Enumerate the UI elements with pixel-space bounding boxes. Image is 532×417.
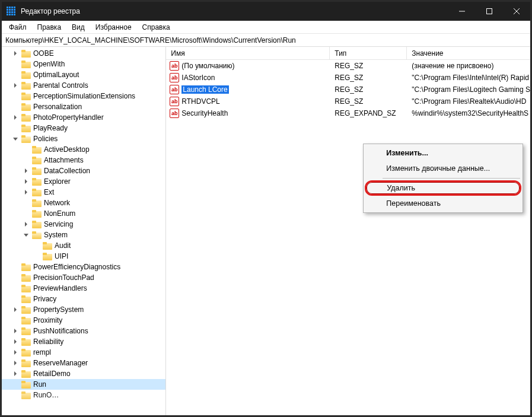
expand-icon[interactable] <box>12 381 20 389</box>
tree-item[interactable]: Parental Controls <box>2 80 165 91</box>
tree-item[interactable]: Reliability <box>2 336 165 347</box>
menu-help[interactable]: Справка <box>138 22 175 33</box>
tree-item[interactable]: NonEnum <box>2 208 165 219</box>
expand-icon[interactable] <box>12 50 20 58</box>
tree-item[interactable]: Network <box>2 198 165 208</box>
expand-icon[interactable] <box>12 61 20 68</box>
tree-item[interactable]: OpenWith <box>2 59 165 69</box>
svg-rect-0 <box>487 9 492 14</box>
tree-item[interactable]: PreviewHandlers <box>2 283 165 294</box>
expand-icon[interactable] <box>23 189 31 196</box>
ctx-delete[interactable]: Удалить <box>365 180 521 196</box>
folder-icon <box>21 125 31 132</box>
expand-icon[interactable] <box>23 221 31 228</box>
expand-icon[interactable] <box>12 93 20 100</box>
tree-item[interactable]: Ext <box>2 187 165 198</box>
expand-icon[interactable] <box>12 135 20 143</box>
value-row[interactable]: abIAStorIconREG_SZ"C:\Program Files\Inte… <box>166 72 530 84</box>
tree-item[interactable]: System <box>2 230 165 240</box>
folder-icon <box>21 82 31 90</box>
expand-icon[interactable] <box>12 71 20 79</box>
tree-item[interactable]: PushNotifications <box>2 326 165 336</box>
column-value[interactable]: Значение <box>407 47 530 59</box>
expand-icon[interactable] <box>23 146 31 154</box>
tree-item[interactable]: ReserveManager <box>2 358 165 368</box>
tree-item[interactable]: PlayReady <box>2 123 165 133</box>
expand-icon[interactable] <box>12 338 20 346</box>
expand-icon[interactable] <box>12 295 20 303</box>
expand-icon[interactable] <box>12 359 20 367</box>
folder-icon <box>21 317 31 324</box>
expand-icon[interactable] <box>34 242 42 250</box>
minimize-button[interactable] <box>448 2 476 21</box>
menu-favorites[interactable]: Избранное <box>91 22 136 33</box>
value-row[interactable]: abSecurityHealthREG_EXPAND_SZ%windir%\sy… <box>166 107 530 119</box>
address-bar[interactable]: Компьютер\HKEY_LOCAL_MACHINE\SOFTWARE\Mi… <box>2 34 530 47</box>
expand-icon[interactable] <box>23 231 31 239</box>
tree-item[interactable]: Policies <box>2 133 165 144</box>
tree-item[interactable]: ActiveDesktop <box>2 144 165 155</box>
tree-item[interactable]: PerceptionSimulationExtensions <box>2 91 165 101</box>
tree-item[interactable]: RunO… <box>2 390 165 400</box>
menu-view[interactable]: Вид <box>67 22 90 33</box>
tree-item[interactable]: Servicing <box>2 219 165 230</box>
value-type: REG_SZ <box>330 62 407 70</box>
expand-icon[interactable] <box>12 349 20 356</box>
registry-tree[interactable]: OOBEOpenWithOptimalLayoutParental Contro… <box>2 47 166 415</box>
tree-item[interactable]: UIPI <box>2 251 165 262</box>
expand-icon[interactable] <box>12 391 20 399</box>
ctx-rename[interactable]: Переименовать <box>365 196 521 211</box>
expand-icon[interactable] <box>23 210 31 218</box>
tree-item[interactable]: Privacy <box>2 294 165 304</box>
tree-item[interactable]: RetailDemo <box>2 368 165 379</box>
tree-item[interactable]: Personalization <box>2 101 165 112</box>
expand-icon[interactable] <box>23 157 31 164</box>
expand-icon[interactable] <box>12 263 20 271</box>
tree-item[interactable]: Attachments <box>2 155 165 165</box>
tree-item[interactable]: rempl <box>2 347 165 358</box>
expand-icon[interactable] <box>12 327 20 335</box>
expand-icon[interactable] <box>23 178 31 186</box>
expand-icon[interactable] <box>12 306 20 314</box>
expand-icon[interactable] <box>12 125 20 132</box>
expand-icon[interactable] <box>23 199 31 207</box>
column-name[interactable]: Имя <box>166 47 330 59</box>
value-row[interactable]: abLaunch LCoreREG_SZ"C:\Program Files\Lo… <box>166 84 530 96</box>
value-row[interactable]: ab(По умолчанию)REG_SZ(значение не присв… <box>166 60 530 72</box>
tree-item[interactable]: PropertySystem <box>2 304 165 315</box>
expand-icon[interactable] <box>12 274 20 282</box>
value-data: %windir%\system32\SecurityHealthS <box>407 109 530 117</box>
tree-item[interactable]: Explorer <box>2 176 165 187</box>
list-body[interactable]: ab(По умолчанию)REG_SZ(значение не присв… <box>166 60 530 415</box>
expand-icon[interactable] <box>12 317 20 324</box>
column-type[interactable]: Тип <box>330 47 407 59</box>
tree-item[interactable]: PhotoPropertyHandler <box>2 112 165 123</box>
tree-item[interactable]: Run <box>2 379 165 390</box>
tree-item[interactable]: DataCollection <box>2 165 165 176</box>
menu-edit[interactable]: Правка <box>33 22 66 33</box>
tree-item[interactable]: Audit <box>2 240 165 251</box>
string-value-icon: ab <box>170 97 179 106</box>
close-button[interactable] <box>503 2 530 21</box>
folder-icon <box>43 253 52 260</box>
tree-item[interactable]: OptimalLayout <box>2 69 165 80</box>
expand-icon[interactable] <box>23 167 31 175</box>
value-row[interactable]: abRTHDVCPLREG_SZ"C:\Program Files\Realte… <box>166 96 530 107</box>
folder-icon <box>21 370 31 378</box>
tree-item[interactable]: PrecisionTouchPad <box>2 272 165 283</box>
expand-icon[interactable] <box>12 114 20 122</box>
expand-icon[interactable] <box>12 82 20 90</box>
expand-icon[interactable] <box>12 103 20 111</box>
titlebar: Редактор реестра <box>2 2 530 21</box>
expand-icon[interactable] <box>12 285 20 292</box>
menu-file[interactable]: Файл <box>4 22 31 33</box>
expand-icon[interactable] <box>12 370 20 378</box>
tree-item[interactable]: Proximity <box>2 315 165 326</box>
ctx-modify-binary[interactable]: Изменить двоичные данные... <box>365 161 521 176</box>
tree-item[interactable]: PowerEfficiencyDiagnostics <box>2 262 165 272</box>
expand-icon[interactable] <box>34 253 42 260</box>
ctx-modify[interactable]: Изменить... <box>365 145 521 161</box>
folder-icon <box>21 103 31 111</box>
maximize-button[interactable] <box>476 2 503 21</box>
tree-item[interactable]: OOBE <box>2 48 165 59</box>
